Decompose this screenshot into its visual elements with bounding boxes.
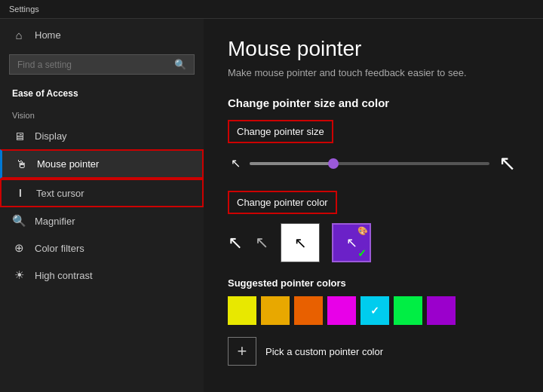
suggested-color-yellow[interactable] xyxy=(228,296,256,325)
suggested-color-cyan[interactable]: ✓ xyxy=(360,296,389,325)
color-filters-icon: ⊕ xyxy=(12,241,26,255)
white-swatch-cursor-icon: ↖ xyxy=(294,234,307,252)
cursor-large-icon: ↖ xyxy=(499,151,516,176)
white-color-swatch[interactable]: ↖ xyxy=(281,223,320,262)
suggested-pointer-colors-title: Suggested pointer colors xyxy=(228,277,519,289)
sidebar-color-filters-label: Color filters xyxy=(35,243,84,254)
sidebar-item-magnifier[interactable]: 🔍 Magnifier xyxy=(0,207,204,234)
pick-custom-color-button[interactable]: + xyxy=(228,337,256,366)
high-contrast-icon: ☀ xyxy=(12,268,26,282)
title-bar: Settings xyxy=(0,0,543,19)
sidebar-item-display[interactable]: 🖥 Display xyxy=(0,123,204,149)
sidebar-text-cursor-label: Text cursor xyxy=(36,188,84,199)
title-bar-label: Settings xyxy=(9,5,39,14)
content-area: Mouse pointer Make mouse pointer and tou… xyxy=(204,19,543,392)
sidebar: ⌂ Home 🔍 Ease of Access Vision 🖥 Display… xyxy=(0,19,204,392)
home-icon: ⌂ xyxy=(12,29,26,41)
display-icon: 🖥 xyxy=(12,130,26,142)
pointer-size-track[interactable] xyxy=(250,162,489,165)
pointer-size-slider-row: ↖ ↖ xyxy=(228,151,519,176)
slider-fill xyxy=(250,162,333,165)
suggested-color-orange[interactable] xyxy=(294,296,323,325)
text-cursor-icon: I xyxy=(14,187,27,199)
mouse-pointer-icon: 🖱 xyxy=(14,158,28,170)
custom-color-row: + Pick a custom pointer color xyxy=(228,337,519,366)
suggested-color-purple[interactable] xyxy=(427,296,456,325)
custom-color-label: Pick a custom pointer color xyxy=(265,346,383,357)
suggested-color-magenta[interactable] xyxy=(327,296,356,325)
sidebar-item-color-filters[interactable]: ⊕ Color filters xyxy=(0,234,204,262)
black-cursor-icon[interactable]: ↖ xyxy=(228,232,243,253)
section-title: Change pointer size and color xyxy=(228,96,519,109)
sidebar-home-label: Home xyxy=(35,29,61,41)
suggested-color-orange-light[interactable] xyxy=(261,296,290,325)
search-box[interactable]: 🔍 xyxy=(9,54,195,75)
cyan-check-icon: ✓ xyxy=(370,305,379,317)
search-input[interactable] xyxy=(17,60,168,70)
ease-of-access-label: Ease of Access xyxy=(0,81,204,103)
sidebar-mouse-pointer-label: Mouse pointer xyxy=(37,158,99,170)
sidebar-item-text-cursor[interactable]: I Text cursor xyxy=(0,179,204,207)
change-pointer-color-label: Change pointer color xyxy=(228,191,337,214)
custom-swatch-cursor-icon: ↖ xyxy=(346,234,357,251)
page-subtitle: Make mouse pointer and touch feedback ea… xyxy=(228,67,519,78)
vision-section-label: Vision xyxy=(0,103,204,123)
suggested-color-green[interactable] xyxy=(394,296,422,325)
search-icon: 🔍 xyxy=(174,59,186,70)
slider-thumb[interactable] xyxy=(328,158,339,169)
sidebar-display-label: Display xyxy=(35,130,67,142)
custom-swatch-checkmark: ✓ xyxy=(357,247,367,259)
sidebar-magnifier-label: Magnifier xyxy=(35,216,75,227)
color-options-row: ↖ ↖ ↖ ↖ ✓ 🎨 xyxy=(228,223,519,262)
change-pointer-size-label: Change pointer size xyxy=(228,120,333,143)
sidebar-item-home[interactable]: ⌂ Home xyxy=(0,22,204,48)
magnifier-icon: 🔍 xyxy=(12,214,26,228)
page-title: Mouse pointer xyxy=(228,37,519,61)
suggested-colors-row: ✓ xyxy=(228,296,519,325)
cursor-small-icon: ↖ xyxy=(231,156,241,170)
outline-cursor-icon[interactable]: ↖ xyxy=(255,233,268,253)
custom-color-swatch[interactable]: ↖ ✓ 🎨 xyxy=(332,223,371,262)
plus-icon: + xyxy=(238,341,247,361)
sidebar-item-mouse-pointer[interactable]: 🖱 Mouse pointer xyxy=(0,149,204,179)
sidebar-high-contrast-label: High contrast xyxy=(35,270,93,281)
sidebar-item-high-contrast[interactable]: ☀ High contrast xyxy=(0,262,204,289)
